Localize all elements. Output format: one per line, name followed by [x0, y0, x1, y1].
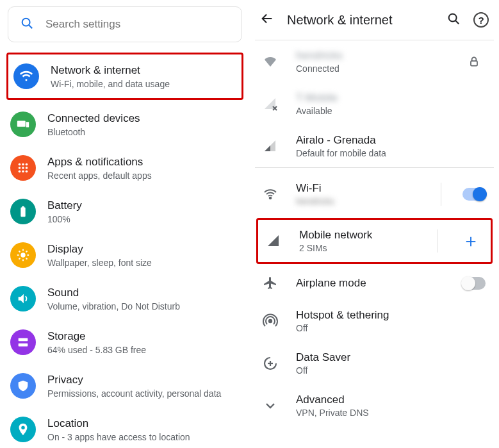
settings-item-subtitle: Bluetooth	[47, 127, 238, 137]
row-title: Wi-Fi	[296, 182, 425, 195]
mobile-network-row[interactable]: Mobile network 2 SIMs ＋	[258, 220, 491, 262]
signal-icon	[263, 233, 284, 249]
svg-line-22	[19, 258, 20, 260]
sim-row-1[interactable]: T-Mobile Available	[255, 83, 494, 125]
devices-icon	[16, 117, 30, 131]
location-icon	[16, 422, 30, 436]
row-subtitle: VPN, Private DNS	[296, 408, 487, 418]
row-title: Airplane mode	[296, 277, 445, 290]
settings-item-privacy[interactable]: Privacy Permissions, account activity, p…	[5, 364, 245, 408]
settings-item-location[interactable]: Location On - 3 apps have access to loca…	[5, 408, 245, 448]
wifi-icon	[260, 187, 281, 202]
svg-rect-2	[17, 121, 26, 127]
settings-item-subtitle: On - 3 apps have access to location	[47, 432, 238, 442]
settings-item-title: Storage	[47, 329, 238, 343]
row-subtitle: Off	[296, 365, 487, 376]
search-input[interactable]	[45, 18, 230, 31]
highlight-mobile-network: Mobile network 2 SIMs ＋	[256, 218, 493, 264]
hotspot-row[interactable]: Hotspot & tethering Off	[255, 300, 494, 342]
svg-line-21	[26, 258, 28, 260]
help-button[interactable]: ?	[473, 12, 489, 28]
brightness-icon	[16, 248, 30, 262]
svg-point-7	[19, 167, 21, 169]
svg-point-35	[269, 320, 272, 322]
airplane-mode-row[interactable]: Airplane mode	[255, 267, 494, 300]
battery-icon	[16, 204, 30, 219]
svg-line-20	[19, 251, 20, 252]
svg-rect-13	[20, 208, 25, 217]
signal-off-icon	[260, 96, 281, 112]
settings-item-title: Sound	[47, 286, 238, 299]
svg-point-26	[20, 339, 21, 340]
settings-item-subtitle: Permissions, account activity, personal …	[47, 388, 238, 399]
settings-item-sound[interactable]: Sound Volume, vibration, Do Not Disturb	[5, 277, 245, 320]
search-bar[interactable]	[8, 6, 242, 42]
data-saver-icon	[260, 356, 281, 371]
wifi-ssid: hendricks	[296, 49, 445, 62]
settings-item-title: Location	[47, 417, 238, 430]
settings-item-subtitle: Wi-Fi, mobile, and data usage	[51, 79, 235, 89]
settings-item-apps[interactable]: Apps & notifications Recent apps, defaul…	[5, 146, 245, 190]
apps-icon	[16, 161, 30, 175]
settings-item-subtitle: Wallpaper, sleep, font size	[47, 258, 238, 268]
settings-item-title: Battery	[47, 199, 238, 212]
svg-rect-14	[22, 206, 24, 208]
settings-item-storage[interactable]: Storage 64% used - 5.83 GB free	[5, 320, 245, 364]
divider	[438, 229, 438, 253]
svg-point-8	[22, 167, 24, 169]
highlight-network-item: Network & internet Wi-Fi, mobile, and da…	[6, 53, 243, 100]
svg-point-11	[22, 170, 24, 173]
row-title: Advanced	[296, 394, 487, 406]
search-button[interactable]	[446, 12, 461, 28]
settings-item-connected-devices[interactable]: Connected devices Bluetooth	[5, 103, 245, 146]
back-button[interactable]	[260, 12, 274, 28]
svg-point-10	[19, 170, 21, 173]
settings-item-title: Connected devices	[47, 112, 238, 125]
svg-point-9	[26, 167, 28, 169]
row-title: Data Saver	[296, 351, 487, 364]
svg-rect-31	[471, 61, 477, 66]
advanced-row[interactable]: Advanced VPN, Private DNS	[255, 385, 494, 427]
svg-point-29	[449, 14, 457, 22]
wifi-toggle[interactable]	[461, 188, 487, 201]
svg-line-1	[29, 25, 32, 28]
privacy-icon	[16, 379, 30, 393]
row-subtitle: hendricks	[296, 196, 425, 206]
storage-icon	[16, 335, 30, 349]
add-sim-button[interactable]: ＋	[457, 229, 484, 253]
svg-point-4	[19, 163, 21, 166]
wifi-status: Connected	[296, 63, 445, 74]
page-title: Network & internet	[287, 13, 434, 28]
svg-point-12	[26, 170, 28, 173]
svg-point-15	[20, 253, 25, 257]
data-saver-row[interactable]: Data Saver Off	[255, 342, 494, 385]
row-title: Hotspot & tethering	[296, 309, 487, 322]
settings-item-battery[interactable]: Battery 100%	[5, 190, 245, 233]
settings-item-subtitle: 100%	[47, 214, 238, 224]
wifi-row[interactable]: Wi-Fi hendricks	[255, 173, 494, 215]
network-screen: Network & internet ? hendricks Connected…	[250, 0, 499, 448]
network-header: Network & internet ?	[255, 4, 494, 40]
svg-line-30	[455, 21, 459, 24]
svg-line-23	[26, 251, 28, 252]
settings-item-title: Network & internet	[51, 63, 235, 77]
sim-name: Airalo - Grenada	[296, 134, 487, 147]
row-title: Mobile network	[299, 229, 422, 242]
svg-point-27	[20, 344, 21, 345]
wifi-icon	[19, 69, 33, 83]
row-subtitle: Off	[296, 323, 487, 333]
settings-item-subtitle: 64% used - 5.83 GB free	[47, 345, 238, 355]
divider	[441, 183, 441, 206]
row-subtitle: 2 SIMs	[299, 243, 422, 253]
svg-point-34	[270, 197, 272, 199]
airplane-toggle[interactable]	[461, 277, 487, 290]
lock-icon	[461, 55, 487, 68]
settings-item-display[interactable]: Display Wallpaper, sleep, font size	[5, 233, 245, 277]
sim-row-2[interactable]: Airalo - Grenada Default for mobile data	[255, 125, 494, 167]
settings-item-subtitle: Recent apps, default apps	[47, 170, 238, 181]
settings-item-title: Display	[47, 242, 238, 256]
settings-item-subtitle: Volume, vibration, Do Not Disturb	[47, 301, 238, 311]
connected-wifi-row[interactable]: hendricks Connected	[255, 40, 494, 83]
signal-icon	[260, 138, 281, 154]
settings-item-network[interactable]: Network & internet Wi-Fi, mobile, and da…	[8, 54, 241, 98]
